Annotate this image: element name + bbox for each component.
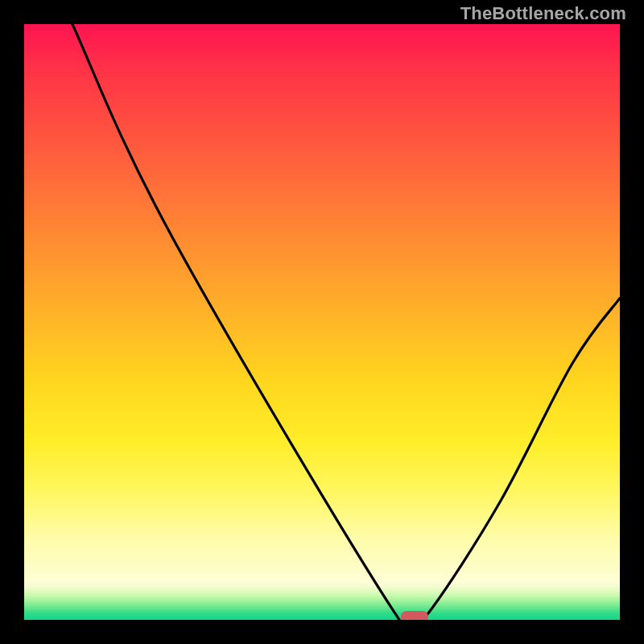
curve-svg [24,24,620,620]
watermark-text: TheBottleneck.com [460,3,626,24]
frame-bottom [0,620,644,644]
plot-area [24,24,620,620]
bottleneck-curve-path [72,24,620,620]
frame-left [0,0,24,644]
chart-stage: TheBottleneck.com [0,0,644,644]
frame-right [620,0,644,644]
optimal-point-marker [401,611,428,620]
